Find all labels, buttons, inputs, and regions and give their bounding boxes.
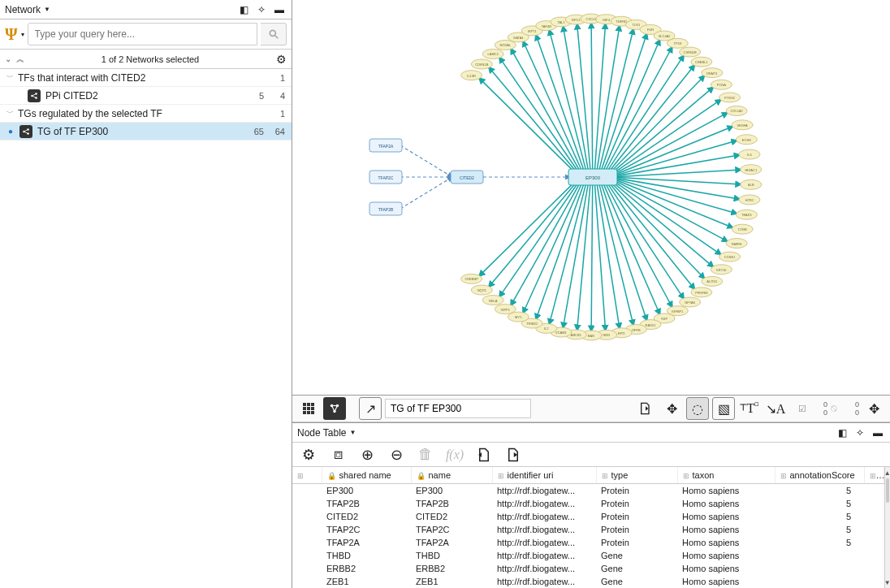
- gear-icon[interactable]: ⚙: [297, 443, 320, 466]
- column-header[interactable]: 🔒shared name: [322, 467, 411, 484]
- chevron-down-icon: ﹀: [6, 72, 18, 83]
- minimize-icon[interactable]: ▬: [871, 426, 885, 440]
- tree-label: TG of TF EP300: [37, 126, 243, 137]
- svg-text:ALB: ALB: [748, 183, 754, 187]
- expand-all-icon[interactable]: ︽: [16, 54, 24, 65]
- svg-text:CITED2: CITED2: [460, 175, 474, 180]
- svg-text:TFAP2C: TFAP2C: [378, 175, 394, 180]
- node-table[interactable]: ⊞🔒shared name🔒name⊞identifier uri⊞type⊞t…: [292, 467, 884, 588]
- columns-icon[interactable]: ⧈: [326, 443, 349, 466]
- table-row[interactable]: THBDTHBDhttp://rdf.biogatew...GeneHomo s…: [292, 549, 884, 562]
- svg-line-120: [605, 183, 672, 308]
- remove-column-icon[interactable]: ⊖: [385, 443, 408, 466]
- svg-rect-188: [303, 411, 306, 414]
- text-select-icon[interactable]: ⸆T⸋: [738, 397, 761, 420]
- table-row[interactable]: TFAP2ATFAP2Ahttp://rdf.biogatew...Protei…: [292, 536, 884, 549]
- collapse-all-icon[interactable]: ⌄: [5, 54, 11, 63]
- search-input[interactable]: [28, 23, 257, 45]
- table-title: Node Table: [297, 427, 347, 439]
- svg-text:PTGS2: PTGS2: [724, 96, 736, 100]
- column-header[interactable]: ⊞taxon: [677, 467, 775, 484]
- scroll-down-icon[interactable]: ▼: [885, 577, 891, 588]
- table-row[interactable]: TFAP2BTFAP2Bhttp://rdf.biogatew...Protei…: [292, 497, 884, 510]
- svg-text:TEAD1: TEAD1: [741, 213, 753, 217]
- svg-text:INF4: INF4: [603, 18, 610, 22]
- svg-line-108: [611, 181, 714, 267]
- svg-line-153: [523, 183, 582, 313]
- svg-text:ISPT1: ISPT1: [528, 29, 538, 33]
- svg-text:EP300: EP300: [585, 175, 601, 180]
- table-row[interactable]: CITED2CITED2http://rdf.biogatew...Protei…: [292, 510, 884, 523]
- pin-icon[interactable]: ✧: [254, 2, 269, 17]
- dropdown-icon[interactable]: ▼: [350, 429, 356, 436]
- svg-rect-182: [303, 403, 306, 406]
- svg-line-159: [499, 182, 579, 296]
- svg-rect-185: [303, 407, 306, 410]
- detach-view-icon[interactable]: ↗: [359, 397, 382, 420]
- tree-network-item[interactable]: ●TG of TF EP3006564: [0, 123, 292, 141]
- column-header[interactable]: ⊞annotationScore: [775, 467, 864, 484]
- selection-status: 1 of 2 Networks selected: [29, 54, 271, 64]
- extra-col[interactable]: ⊞: [864, 467, 884, 484]
- network-name-field[interactable]: [385, 399, 531, 418]
- svg-line-170: [400, 177, 452, 209]
- dock-icon[interactable]: ◧: [236, 2, 251, 17]
- table-row[interactable]: ZEB1ZEB1http://rdf.biogatew...GeneHomo s…: [292, 575, 884, 588]
- svg-text:NODAL: NODAL: [499, 43, 512, 47]
- tree-group[interactable]: ﹀TFs that interact with CITED21: [0, 69, 292, 87]
- search-button[interactable]: [261, 23, 287, 45]
- table-row[interactable]: EP300EP300http://rdf.biogatew...ProteinH…: [292, 484, 884, 498]
- column-header[interactable]: ⊞identifier uri: [492, 467, 596, 484]
- export-table-icon[interactable]: [502, 443, 525, 466]
- annotation-icon[interactable]: ↘A: [764, 397, 787, 420]
- svg-rect-183: [307, 403, 310, 406]
- hidden-icon[interactable]: ⦰: [831, 403, 838, 414]
- select-mode-2-icon[interactable]: ▧: [712, 397, 735, 420]
- svg-line-24: [523, 41, 582, 171]
- table-scrollbar[interactable]: ▲ ▼: [884, 467, 891, 588]
- pan-icon[interactable]: ✥: [862, 397, 885, 420]
- tree-network-item[interactable]: PPi CITED254: [0, 87, 292, 105]
- import-table-icon[interactable]: [473, 443, 495, 466]
- network-icon: [19, 125, 32, 138]
- search-row: Ψ ▾: [0, 19, 292, 50]
- svg-line-36: [577, 24, 590, 171]
- svg-text:HTR2: HTR2: [745, 198, 754, 202]
- dock-icon[interactable]: ◧: [835, 426, 849, 440]
- gear-icon[interactable]: ⚙: [276, 53, 287, 66]
- scroll-thumb[interactable]: [886, 478, 890, 503]
- svg-text:HIDAC1: HIDAC1: [745, 168, 757, 172]
- grid-view-icon[interactable]: [297, 397, 320, 420]
- fit-icon[interactable]: ✥: [660, 397, 683, 420]
- tree-label: PPi CITED2: [45, 90, 243, 102]
- pin-icon[interactable]: ✧: [853, 426, 867, 440]
- table-row[interactable]: ERBB2ERBB2http://rdf.biogatew...GeneHomo…: [292, 562, 884, 575]
- dropdown-icon[interactable]: ▼: [44, 6, 50, 13]
- svg-text:PCNA: PCNA: [717, 83, 726, 87]
- svg-text:VCAM1: VCAM1: [555, 331, 568, 335]
- tree-group[interactable]: ﹀TGs regulated by the selected TF1: [0, 105, 292, 123]
- column-header[interactable]: ⊞type: [596, 467, 677, 484]
- svg-text:SLC4A2: SLC4A2: [659, 34, 672, 38]
- svg-line-168: [400, 145, 452, 177]
- network-view-icon[interactable]: [323, 397, 346, 420]
- row-handle-col[interactable]: ⊞: [292, 467, 322, 484]
- minimize-icon[interactable]: ▬: [272, 2, 287, 17]
- checkbox-a-icon[interactable]: ☑: [798, 404, 806, 414]
- scroll-up-icon[interactable]: ▲: [885, 467, 891, 478]
- svg-text:CREBL1: CREBL1: [695, 60, 708, 64]
- psi-logo-icon: Ψ: [5, 25, 18, 44]
- svg-text:NQO1: NQO1: [477, 288, 487, 292]
- selected-bullet-icon: ●: [8, 127, 19, 136]
- svg-text:IGFBP1: IGFBP1: [672, 309, 684, 313]
- export-icon[interactable]: [634, 397, 657, 420]
- column-header[interactable]: 🔒name: [411, 467, 492, 484]
- search-dropdown-icon[interactable]: ▾: [21, 31, 24, 38]
- select-mode-1-icon[interactable]: ◌: [686, 397, 709, 420]
- svg-line-11: [24, 132, 27, 133]
- add-column-icon[interactable]: ⊕: [356, 443, 378, 466]
- network-canvas[interactable]: IL13RCDKN1BLAMC2NODALGATA4ISPT1TAF4BTAL1…: [292, 0, 890, 395]
- svg-text:ALOX5: ALOX5: [706, 279, 718, 283]
- svg-line-1: [274, 36, 278, 39]
- table-row[interactable]: TFAP2CTFAP2Chttp://rdf.biogatew...Protei…: [292, 523, 884, 536]
